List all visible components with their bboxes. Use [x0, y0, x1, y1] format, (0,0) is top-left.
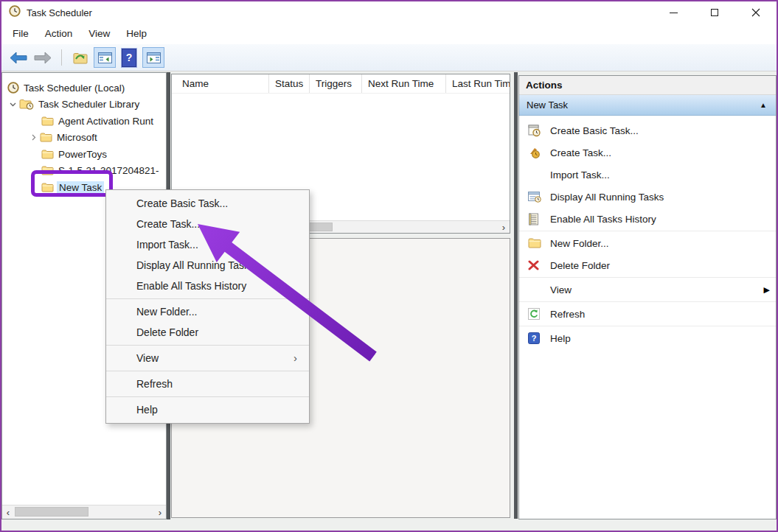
context-view[interactable]: View › [106, 348, 309, 368]
action-refresh[interactable]: Refresh [519, 303, 776, 325]
column-next-run-time[interactable]: Next Run Time [362, 74, 446, 93]
forward-button[interactable] [32, 47, 54, 68]
close-icon [751, 8, 760, 17]
context-view-label: View [136, 352, 159, 364]
scrollbar-thumb[interactable] [15, 507, 88, 517]
action-new-folder[interactable]: New Folder... [519, 232, 776, 254]
action-delete-folder[interactable]: Delete Folder [519, 254, 776, 276]
minimize-icon [670, 13, 678, 13]
actions-group-header[interactable]: New Task ▲ [519, 95, 776, 116]
context-enable-all-tasks-history[interactable]: Enable All Tasks History [106, 276, 309, 296]
tree-item-agent-activation[interactable]: Agent Activation Runt [2, 113, 166, 130]
tree-item-powertoys[interactable]: PowerToys [2, 146, 166, 163]
column-last-run-time[interactable]: Last Run Tim [446, 74, 510, 93]
context-import-task[interactable]: Import Task... [106, 234, 309, 255]
actions-separator [519, 326, 776, 326]
new-folder-icon [528, 237, 541, 250]
back-arrow-icon [10, 52, 27, 64]
menu-action[interactable]: Action [37, 24, 81, 44]
tree-item-task-scheduler-local[interactable]: Task Scheduler (Local) [2, 80, 166, 97]
menu-separator [106, 396, 309, 397]
tree-item-label: Task Scheduler Library [38, 99, 139, 110]
minimize-button[interactable] [653, 1, 694, 24]
export-list-button[interactable] [69, 47, 91, 68]
toolbar-separator [61, 49, 62, 66]
action-label: Help [550, 333, 571, 344]
help-icon: ? [528, 332, 541, 345]
column-status[interactable]: Status [269, 74, 310, 93]
actions-group-title: New Task [527, 99, 568, 111]
close-button[interactable] [735, 1, 777, 24]
action-create-basic-task[interactable]: Create Basic Task... [519, 119, 776, 141]
back-button[interactable] [7, 47, 29, 68]
menu-help[interactable]: Help [118, 24, 155, 44]
maximize-button[interactable] [694, 1, 735, 24]
scroll-right-icon[interactable]: › [154, 505, 166, 519]
display-running-tasks-icon [528, 191, 541, 203]
tree-item-label: Microsoft [57, 132, 97, 143]
console-tree-toggle-button[interactable] [94, 47, 116, 68]
clock-icon [7, 82, 19, 94]
task-list-header: Name Status Triggers Next Run Time Last … [172, 74, 510, 94]
window-title: Task Scheduler [27, 7, 92, 18]
context-help[interactable]: Help [106, 399, 309, 420]
export-list-icon [72, 51, 88, 65]
action-label: Import Task... [550, 169, 610, 181]
forward-arrow-icon [34, 52, 52, 64]
action-label: New Folder... [550, 238, 609, 249]
menu-separator [106, 345, 309, 346]
collapse-up-icon[interactable]: ▲ [760, 101, 767, 109]
scroll-left-icon[interactable]: ‹ [2, 505, 14, 519]
chevron-right-icon[interactable] [27, 134, 40, 141]
tree-item-label: PowerToys [58, 149, 107, 160]
action-view[interactable]: View ▶ [519, 279, 776, 301]
tree-item-sid-folder[interactable]: S-1-5-21-3017204821- [2, 163, 166, 180]
folder-icon [40, 133, 52, 142]
console-tree-toggle-icon [98, 52, 112, 63]
create-task-icon [528, 147, 541, 159]
action-import-task[interactable]: Import Task... [519, 164, 776, 186]
action-pane-toggle-icon [147, 52, 161, 63]
context-new-folder[interactable]: New Folder... [106, 301, 309, 322]
scroll-right-icon[interactable]: › [498, 221, 510, 233]
action-label: Create Task... [550, 147, 611, 158]
menu-separator [106, 298, 309, 299]
folder-icon [41, 183, 54, 192]
column-triggers[interactable]: Triggers [310, 74, 362, 93]
menu-separator [106, 371, 309, 371]
actions-panel-title: Actions [519, 76, 776, 95]
help-icon: ? [122, 49, 136, 67]
context-create-task[interactable]: Create Task... [106, 214, 309, 234]
action-create-task[interactable]: Create Task... [519, 141, 776, 164]
create-basic-task-icon [528, 125, 541, 137]
context-delete-folder[interactable]: Delete Folder [106, 322, 309, 343]
chevron-down-icon[interactable] [7, 102, 19, 107]
panel-splitter-right[interactable] [514, 72, 518, 519]
app-clock-icon [9, 5, 21, 20]
action-label: View [550, 284, 572, 295]
column-name[interactable]: Name [172, 74, 269, 93]
help-toolbar-button[interactable]: ? [118, 47, 140, 68]
submenu-arrow-icon: ▶ [764, 285, 770, 295]
tree-item-label: S-1-5-21-3017204821- [58, 165, 159, 176]
folder-icon [41, 116, 54, 126]
refresh-icon [528, 308, 541, 321]
menu-file[interactable]: File [4, 24, 37, 44]
tree-item-microsoft[interactable]: Microsoft [2, 130, 166, 147]
action-display-all-running-tasks[interactable]: Display All Running Tasks [519, 186, 776, 208]
action-enable-all-tasks-history[interactable]: Enable All Tasks History [519, 208, 776, 230]
import-task-icon [528, 169, 541, 181]
library-icon [19, 99, 34, 110]
tree-item-label-selected: New Task [57, 181, 104, 194]
context-menu: Create Basic Task... Create Task... Impo… [105, 189, 310, 424]
action-help[interactable]: ? Help [519, 327, 776, 349]
tree-item-task-scheduler-library[interactable]: Task Scheduler Library [2, 97, 166, 113]
action-label: Delete Folder [550, 260, 610, 271]
actions-separator [519, 231, 776, 231]
context-display-all-running-tasks[interactable]: Display All Running Tasks [106, 255, 309, 276]
menu-view[interactable]: View [80, 24, 118, 44]
tree-horizontal-scrollbar[interactable]: ‹ › [2, 505, 166, 519]
action-pane-toggle-button[interactable] [142, 47, 164, 68]
context-create-basic-task[interactable]: Create Basic Task... [106, 193, 309, 214]
context-refresh[interactable]: Refresh [106, 374, 309, 394]
